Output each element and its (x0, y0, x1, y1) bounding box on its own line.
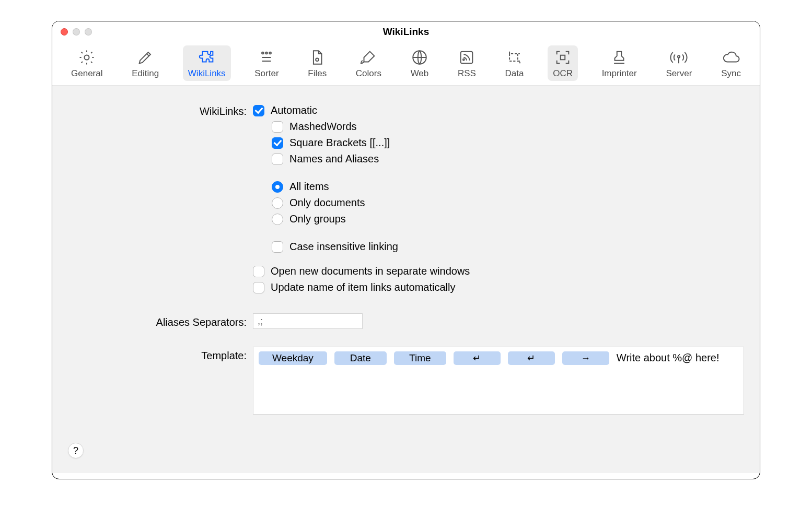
tab-colors[interactable]: Colors (351, 45, 387, 81)
wikilinks-pane: WikiLinks: Automatic MashedWords Square … (52, 86, 760, 473)
pencil-icon (136, 49, 154, 66)
option-mashed-label: MashedWords (289, 121, 357, 133)
svg-point-0 (85, 55, 89, 60)
help-icon: ? (73, 445, 78, 456)
ocr-viewfinder-icon (554, 49, 572, 66)
wikilinks-label: WikiLinks: (65, 104, 253, 117)
option-only-groups-label: Only groups (289, 213, 346, 225)
tab-label: Data (505, 68, 524, 79)
template-token-return1[interactable]: ↵ (454, 351, 501, 365)
template-token-time[interactable]: Time (394, 351, 446, 365)
tab-label: Files (308, 68, 327, 79)
globe-icon (411, 49, 428, 66)
tab-sorter[interactable]: Sorter (249, 45, 284, 81)
option-update-name-label: Update name of item links automatically (271, 281, 456, 293)
option-brackets-label: Square Brackets [[...]] (289, 137, 390, 149)
tab-label: Web (411, 68, 429, 79)
window-zoom-button[interactable] (85, 28, 92, 36)
tab-general[interactable]: General (66, 45, 108, 81)
svg-rect-6 (461, 52, 473, 64)
puzzle-icon (198, 49, 216, 66)
window-title: WikiLinks (383, 26, 430, 38)
template-label: Template: (65, 347, 253, 362)
checkbox-update-name[interactable] (253, 282, 264, 293)
radio-only-documents[interactable] (272, 197, 283, 209)
tab-rss[interactable]: RSS (453, 45, 481, 81)
svg-point-3 (270, 52, 272, 54)
template-token-return2[interactable]: ↵ (508, 351, 555, 365)
tab-label: WikiLinks (188, 68, 226, 79)
checkbox-automatic[interactable] (253, 105, 264, 116)
option-automatic-label: Automatic (271, 104, 317, 116)
radio-all-items[interactable] (272, 181, 283, 193)
crop-icon (506, 49, 524, 66)
tab-editing[interactable]: Editing (126, 45, 164, 81)
sorter-icon (258, 49, 275, 66)
window-close-button[interactable] (61, 28, 68, 36)
tab-label: Sorter (254, 68, 279, 79)
window-minimize-button[interactable] (73, 28, 80, 36)
svg-rect-7 (561, 55, 565, 60)
svg-point-8 (678, 55, 680, 57)
checkbox-open-separate[interactable] (253, 266, 264, 277)
traffic-lights (61, 28, 92, 36)
tab-wikilinks[interactable]: WikiLinks (183, 45, 231, 81)
tab-label: Sync (721, 68, 741, 79)
template-token-tab[interactable]: → (562, 351, 609, 365)
preferences-toolbar: General Editing WikiLinks Sorter Files (52, 42, 760, 86)
preferences-window: WikiLinks General Editing WikiLinks (52, 21, 760, 479)
paintbrush-icon (359, 49, 377, 66)
tab-web[interactable]: Web (405, 45, 434, 81)
tab-sync[interactable]: Sync (716, 45, 746, 81)
tab-label: Server (666, 68, 692, 79)
antenna-icon (670, 49, 688, 66)
tab-label: General (71, 68, 102, 79)
template-field[interactable]: Weekday Date Time ↵ ↵ → Write about %@ h… (253, 347, 744, 415)
template-token-weekday[interactable]: Weekday (259, 351, 327, 365)
template-trailing-text: Write about %@ here! (617, 351, 720, 365)
option-case-insensitive-label: Case insensitive linking (289, 241, 398, 253)
tab-label: Imprinter (602, 68, 637, 79)
titlebar: WikiLinks (52, 21, 760, 42)
gear-icon (78, 49, 96, 66)
tab-ocr[interactable]: OCR (548, 45, 578, 81)
option-only-docs-label: Only documents (289, 197, 365, 209)
cloud-icon (722, 49, 740, 66)
svg-point-1 (262, 52, 264, 54)
svg-point-4 (316, 58, 319, 61)
option-names-aliases-label: Names and Aliases (289, 153, 379, 165)
file-gear-icon (308, 49, 326, 66)
help-button[interactable]: ? (68, 443, 84, 458)
checkbox-mashedwords[interactable] (272, 121, 283, 133)
tab-label: Colors (356, 68, 381, 79)
tab-label: RSS (458, 68, 476, 79)
checkbox-square-brackets[interactable] (272, 137, 283, 149)
tab-server[interactable]: Server (660, 45, 697, 81)
rss-icon (458, 49, 475, 66)
svg-point-2 (266, 52, 268, 54)
tab-label: Editing (132, 68, 159, 79)
aliases-separators-input[interactable] (253, 313, 363, 329)
aliases-label: Aliases Separators: (65, 314, 253, 328)
option-open-separate-label: Open new documents in separate windows (271, 265, 470, 277)
checkbox-case-insensitive[interactable] (272, 241, 283, 253)
tab-data[interactable]: Data (500, 45, 529, 81)
tab-label: OCR (553, 68, 573, 79)
tab-files[interactable]: Files (303, 45, 332, 81)
stamp-icon (610, 49, 628, 66)
radio-only-groups[interactable] (272, 214, 283, 225)
checkbox-names-aliases[interactable] (272, 154, 283, 165)
option-all-items-label: All items (289, 181, 329, 193)
template-token-date[interactable]: Date (334, 351, 387, 365)
tab-imprinter[interactable]: Imprinter (597, 45, 642, 81)
